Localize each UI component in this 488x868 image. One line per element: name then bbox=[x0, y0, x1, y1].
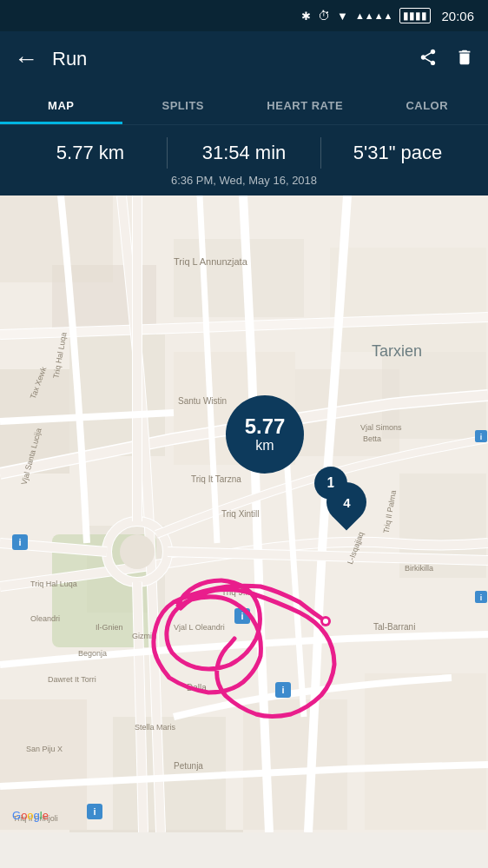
svg-text:Stella Maris: Stella Maris bbox=[135, 723, 176, 732]
svg-rect-15 bbox=[243, 699, 347, 830]
svg-point-64 bbox=[323, 619, 328, 624]
svg-rect-16 bbox=[365, 673, 486, 830]
map-container[interactable]: i i i i i i Triq L Annunzjata Tax Xewk T… bbox=[0, 195, 488, 832]
svg-text:Triq L Annunzjata: Triq L Annunzjata bbox=[174, 256, 248, 267]
svg-text:i: i bbox=[93, 806, 96, 817]
svg-text:Il-Gnien: Il-Gnien bbox=[96, 623, 123, 632]
finish-label: 4 bbox=[343, 495, 350, 510]
svg-text:Santu Wistin: Santu Wistin bbox=[178, 396, 227, 406]
svg-rect-4 bbox=[330, 248, 486, 352]
map-background: i i i i i i Triq L Annunzjata Tax Xewk T… bbox=[0, 195, 488, 832]
finish-pin: 4 bbox=[318, 474, 374, 530]
status-icons: ✱ ⏱ ▼ ▲▲▲▲ ▮▮▮▮ 20:06 bbox=[301, 8, 474, 23]
stats-row: 5.77 km 31:54 min 5'31" pace bbox=[14, 137, 474, 169]
tab-bar: MAP SPLITS HEART RATE CALOR bbox=[0, 87, 488, 125]
tab-splits[interactable]: SPLITS bbox=[122, 87, 245, 124]
svg-text:Dawret It Torri: Dawret It Torri bbox=[48, 675, 96, 684]
svg-text:i: i bbox=[241, 611, 243, 621]
svg-point-22 bbox=[120, 534, 155, 569]
status-time: 20:06 bbox=[441, 9, 474, 23]
distance-marker: 5.77 km bbox=[226, 395, 304, 474]
svg-text:i: i bbox=[480, 593, 483, 602]
delete-button[interactable] bbox=[455, 48, 474, 71]
back-button[interactable]: ← bbox=[14, 45, 38, 73]
tab-calories[interactable]: CALOR bbox=[366, 87, 489, 124]
stat-duration: 31:54 min bbox=[168, 142, 320, 164]
svg-text:Petunja: Petunja bbox=[174, 761, 203, 771]
status-bar: ✱ ⏱ ▼ ▲▲▲▲ ▮▮▮▮ 20:06 bbox=[0, 0, 488, 31]
stat-distance: 5.77 km bbox=[14, 142, 167, 164]
svg-text:i: i bbox=[18, 537, 21, 547]
wifi-icon: ▼ bbox=[337, 10, 348, 23]
svg-text:Triq Hal Luqa: Triq Hal Luqa bbox=[30, 580, 77, 588]
alarm-icon: ⏱ bbox=[318, 9, 330, 23]
stat-datetime: 6:36 PM, Wed, May 16, 2018 bbox=[14, 174, 474, 187]
svg-text:Birkikilla: Birkikilla bbox=[405, 564, 433, 573]
share-button[interactable] bbox=[419, 48, 438, 71]
svg-text:i: i bbox=[480, 433, 483, 441]
svg-text:Vjal L Oleandri: Vjal L Oleandri bbox=[174, 623, 225, 632]
page-title: Run bbox=[52, 48, 419, 70]
svg-text:Oleandri: Oleandri bbox=[30, 614, 60, 623]
battery-icon: ▮▮▮▮ bbox=[399, 8, 431, 23]
svg-rect-3 bbox=[174, 239, 304, 317]
svg-text:Triq Xintill: Triq Xintill bbox=[221, 509, 260, 519]
tab-map[interactable]: MAP bbox=[0, 87, 122, 124]
finish-marker: 4 bbox=[326, 482, 366, 522]
signal-icon: ▲▲▲▲ bbox=[355, 10, 393, 21]
distance-value: 5.77 bbox=[245, 415, 286, 438]
nav-bar: ← Run bbox=[0, 31, 488, 87]
distance-unit: km bbox=[255, 438, 274, 454]
stat-pace: 5'31" pace bbox=[321, 142, 474, 164]
stats-bar: 5.77 km 31:54 min 5'31" pace 6:36 PM, We… bbox=[0, 125, 488, 195]
svg-text:Tal-Barrani: Tal-Barrani bbox=[373, 622, 415, 632]
bluetooth-icon: ✱ bbox=[301, 10, 311, 23]
google-logo: Google bbox=[12, 809, 49, 822]
svg-text:San Piju X: San Piju X bbox=[26, 745, 63, 753]
svg-text:Tarxien: Tarxien bbox=[372, 342, 422, 360]
svg-text:Triq It Tarzna: Triq It Tarzna bbox=[191, 474, 241, 484]
svg-text:i: i bbox=[281, 685, 284, 695]
svg-text:Vjal Simons: Vjal Simons bbox=[360, 423, 402, 432]
svg-text:Begonja: Begonja bbox=[78, 649, 107, 658]
tab-heartrate[interactable]: HEART RATE bbox=[244, 87, 366, 124]
svg-text:Betta: Betta bbox=[363, 434, 381, 443]
nav-actions bbox=[419, 48, 474, 71]
